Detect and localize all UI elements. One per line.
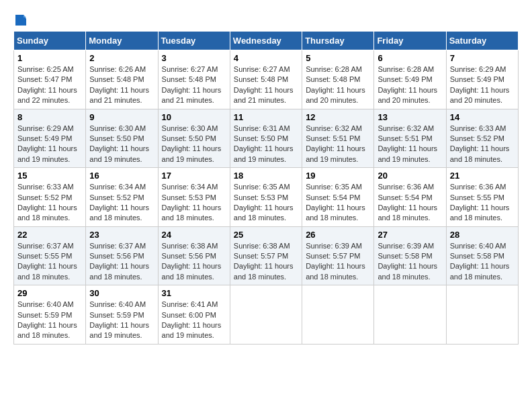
calendar-cell: 21Sunrise: 6:36 AM Sunset: 5:55 PM Dayli…: [446, 168, 518, 227]
svg-marker-1: [24, 15, 26, 17]
day-info: Sunrise: 6:38 AM Sunset: 5:57 PM Dayligh…: [234, 241, 298, 283]
calendar-cell: 15Sunrise: 6:33 AM Sunset: 5:52 PM Dayli…: [14, 168, 86, 227]
day-info: Sunrise: 6:35 AM Sunset: 5:53 PM Dayligh…: [234, 182, 298, 224]
calendar-cell: 10Sunrise: 6:30 AM Sunset: 5:50 PM Dayli…: [158, 109, 230, 168]
page-header: [13, 13, 519, 24]
calendar-cell: 16Sunrise: 6:34 AM Sunset: 5:52 PM Dayli…: [86, 168, 158, 227]
day-info: Sunrise: 6:25 AM Sunset: 5:47 PM Dayligh…: [17, 64, 82, 106]
day-number: 6: [378, 53, 442, 63]
calendar-cell: 30Sunrise: 6:40 AM Sunset: 5:59 PM Dayli…: [86, 285, 158, 345]
calendar-cell: 11Sunrise: 6:31 AM Sunset: 5:50 PM Dayli…: [230, 109, 302, 168]
calendar-cell: 28Sunrise: 6:40 AM Sunset: 5:58 PM Dayli…: [446, 226, 518, 285]
day-number: 23: [89, 230, 154, 240]
calendar-header-row: SundayMondayTuesdayWednesdayThursdayFrid…: [14, 32, 519, 50]
calendar-cell: 24Sunrise: 6:38 AM Sunset: 5:56 PM Dayli…: [158, 226, 230, 285]
day-info: Sunrise: 6:36 AM Sunset: 5:55 PM Dayligh…: [450, 182, 515, 224]
day-number: 15: [17, 171, 82, 181]
day-number: 9: [89, 112, 154, 122]
day-number: 22: [17, 230, 82, 240]
calendar-week-row: 15Sunrise: 6:33 AM Sunset: 5:52 PM Dayli…: [14, 168, 519, 227]
day-number: 28: [450, 230, 515, 240]
day-info: Sunrise: 6:40 AM Sunset: 5:59 PM Dayligh…: [89, 300, 154, 341]
calendar-cell: 26Sunrise: 6:39 AM Sunset: 5:57 PM Dayli…: [302, 226, 374, 285]
calendar-cell: 6Sunrise: 6:28 AM Sunset: 5:49 PM Daylig…: [374, 50, 446, 109]
day-number: 14: [450, 112, 515, 122]
weekday-header: Sunday: [14, 32, 86, 50]
day-info: Sunrise: 6:31 AM Sunset: 5:50 PM Dayligh…: [234, 124, 298, 165]
calendar-cell: 2Sunrise: 6:26 AM Sunset: 5:48 PM Daylig…: [86, 50, 158, 109]
weekday-header: Thursday: [302, 32, 374, 50]
calendar-cell: 1Sunrise: 6:25 AM Sunset: 5:47 PM Daylig…: [14, 50, 86, 109]
day-number: 1: [17, 53, 82, 63]
calendar-cell: 19Sunrise: 6:35 AM Sunset: 5:54 PM Dayli…: [302, 168, 374, 227]
day-info: Sunrise: 6:32 AM Sunset: 5:51 PM Dayligh…: [378, 124, 442, 165]
calendar-cell: 13Sunrise: 6:32 AM Sunset: 5:51 PM Dayli…: [374, 109, 446, 168]
day-info: Sunrise: 6:40 AM Sunset: 5:59 PM Dayligh…: [17, 300, 82, 341]
day-number: 25: [234, 230, 298, 240]
calendar-week-row: 8Sunrise: 6:29 AM Sunset: 5:49 PM Daylig…: [14, 109, 519, 168]
day-number: 8: [17, 112, 82, 122]
day-info: Sunrise: 6:40 AM Sunset: 5:58 PM Dayligh…: [450, 241, 515, 283]
calendar-cell: 27Sunrise: 6:39 AM Sunset: 5:58 PM Dayli…: [374, 226, 446, 285]
day-number: 30: [89, 288, 154, 298]
day-info: Sunrise: 6:34 AM Sunset: 5:52 PM Dayligh…: [89, 182, 154, 224]
calendar-cell: 9Sunrise: 6:30 AM Sunset: 5:50 PM Daylig…: [86, 109, 158, 168]
day-info: Sunrise: 6:28 AM Sunset: 5:49 PM Dayligh…: [378, 64, 442, 106]
calendar-cell: [374, 285, 446, 345]
day-info: Sunrise: 6:39 AM Sunset: 5:58 PM Dayligh…: [378, 241, 442, 283]
calendar-cell: 12Sunrise: 6:32 AM Sunset: 5:51 PM Dayli…: [302, 109, 374, 168]
day-number: 27: [378, 230, 442, 240]
day-info: Sunrise: 6:41 AM Sunset: 6:00 PM Dayligh…: [162, 300, 226, 341]
weekday-header: Saturday: [446, 32, 518, 50]
day-info: Sunrise: 6:34 AM Sunset: 5:53 PM Dayligh…: [162, 182, 226, 224]
day-number: 19: [306, 171, 370, 181]
calendar-cell: 8Sunrise: 6:29 AM Sunset: 5:49 PM Daylig…: [14, 109, 86, 168]
day-number: 31: [162, 288, 226, 298]
calendar-cell: [446, 285, 518, 345]
day-info: Sunrise: 6:33 AM Sunset: 5:52 PM Dayligh…: [450, 124, 515, 165]
day-number: 17: [162, 171, 226, 181]
day-info: Sunrise: 6:27 AM Sunset: 5:48 PM Dayligh…: [162, 64, 226, 106]
day-number: 12: [306, 112, 370, 122]
day-number: 5: [306, 53, 370, 63]
day-number: 26: [306, 230, 370, 240]
day-info: Sunrise: 6:27 AM Sunset: 5:48 PM Dayligh…: [234, 64, 298, 106]
calendar-body: 1Sunrise: 6:25 AM Sunset: 5:47 PM Daylig…: [14, 50, 519, 345]
calendar-cell: 22Sunrise: 6:37 AM Sunset: 5:55 PM Dayli…: [14, 226, 86, 285]
calendar-cell: 7Sunrise: 6:29 AM Sunset: 5:49 PM Daylig…: [446, 50, 518, 109]
calendar-cell: 4Sunrise: 6:27 AM Sunset: 5:48 PM Daylig…: [230, 50, 302, 109]
calendar-cell: 14Sunrise: 6:33 AM Sunset: 5:52 PM Dayli…: [446, 109, 518, 168]
day-info: Sunrise: 6:30 AM Sunset: 5:50 PM Dayligh…: [162, 124, 226, 165]
day-info: Sunrise: 6:30 AM Sunset: 5:50 PM Dayligh…: [89, 124, 154, 165]
calendar-cell: [302, 285, 374, 345]
weekday-header: Tuesday: [158, 32, 230, 50]
calendar-week-row: 1Sunrise: 6:25 AM Sunset: 5:47 PM Daylig…: [14, 50, 519, 109]
calendar-cell: 17Sunrise: 6:34 AM Sunset: 5:53 PM Dayli…: [158, 168, 230, 227]
day-info: Sunrise: 6:29 AM Sunset: 5:49 PM Dayligh…: [450, 64, 515, 106]
day-info: Sunrise: 6:38 AM Sunset: 5:56 PM Dayligh…: [162, 241, 226, 283]
day-info: Sunrise: 6:37 AM Sunset: 5:55 PM Dayligh…: [17, 241, 82, 283]
day-info: Sunrise: 6:33 AM Sunset: 5:52 PM Dayligh…: [17, 182, 82, 224]
logo-icon: [14, 13, 28, 27]
day-info: Sunrise: 6:32 AM Sunset: 5:51 PM Dayligh…: [306, 124, 370, 165]
weekday-header: Friday: [374, 32, 446, 50]
calendar-cell: 20Sunrise: 6:36 AM Sunset: 5:54 PM Dayli…: [374, 168, 446, 227]
day-info: Sunrise: 6:29 AM Sunset: 5:49 PM Dayligh…: [17, 124, 82, 165]
day-number: 2: [89, 53, 154, 63]
day-number: 21: [450, 171, 515, 181]
logo: [13, 13, 28, 24]
calendar-cell: 29Sunrise: 6:40 AM Sunset: 5:59 PM Dayli…: [14, 285, 86, 345]
calendar-cell: [230, 285, 302, 345]
calendar-cell: 31Sunrise: 6:41 AM Sunset: 6:00 PM Dayli…: [158, 285, 230, 345]
day-number: 10: [162, 112, 226, 122]
day-number: 11: [234, 112, 298, 122]
day-number: 20: [378, 171, 442, 181]
day-info: Sunrise: 6:28 AM Sunset: 5:48 PM Dayligh…: [306, 64, 370, 106]
day-info: Sunrise: 6:36 AM Sunset: 5:54 PM Dayligh…: [378, 182, 442, 224]
weekday-header: Wednesday: [230, 32, 302, 50]
day-number: 4: [234, 53, 298, 63]
day-info: Sunrise: 6:35 AM Sunset: 5:54 PM Dayligh…: [306, 182, 370, 224]
calendar-week-row: 29Sunrise: 6:40 AM Sunset: 5:59 PM Dayli…: [14, 285, 519, 345]
calendar-cell: 5Sunrise: 6:28 AM Sunset: 5:48 PM Daylig…: [302, 50, 374, 109]
calendar-cell: 3Sunrise: 6:27 AM Sunset: 5:48 PM Daylig…: [158, 50, 230, 109]
